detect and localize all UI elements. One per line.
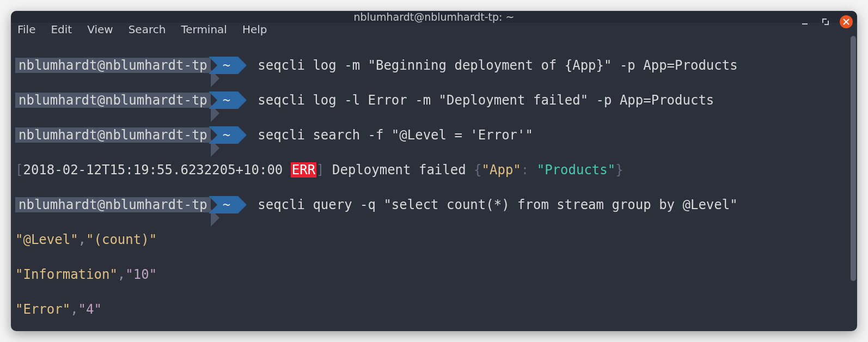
menu-view[interactable]: View [87, 23, 113, 36]
terminal-body[interactable]: nblumhardt@nblumhardt-tp~seqcli log -m "… [11, 36, 857, 331]
log-message: Deployment failed [332, 162, 466, 178]
command-text: seqcli log -m "Beginning deployment of {… [258, 58, 737, 73]
json-colon: : [521, 162, 529, 178]
command-text: seqcli log -l Error -m "Deployment faile… [258, 93, 714, 108]
log-bracket: ] [316, 162, 324, 178]
log-bracket: [ [15, 162, 23, 178]
menu-file[interactable]: File [17, 23, 35, 36]
window-title: nblumhardt@nblumhardt-tp: ~ [354, 11, 515, 23]
terminal-line: nblumhardt@nblumhardt-tp~seqcli log -m "… [15, 57, 846, 74]
terminal-line: "Error","4" [15, 301, 846, 318]
command-text: seqcli search -f "@Level = 'Error'" [258, 127, 533, 143]
prompt-user-host: nblumhardt@nblumhardt-tp [15, 58, 211, 73]
terminal-line: nblumhardt@nblumhardt-tp~seqcli query -q… [15, 196, 846, 213]
terminal-line: [2018-02-12T15:19:55.6232205+10:00 ERR] … [15, 161, 846, 179]
menubar: File Edit View Search Terminal Help [11, 23, 857, 36]
terminal-line: "Information","10" [15, 266, 846, 283]
json-value: "Products" [537, 162, 616, 178]
close-icon [843, 19, 849, 25]
prompt-path: ~ [217, 91, 238, 109]
command-text: seqcli query -q "select count(*) from st… [258, 197, 737, 212]
terminal-line: nblumhardt@nblumhardt-tp~seqcli search -… [15, 126, 846, 144]
log-timestamp: 2018-02-12T15:19:55.6232205+10:00 [23, 162, 283, 178]
csv-sep: , [70, 302, 78, 317]
menu-terminal[interactable]: Terminal [181, 23, 227, 36]
maximize-button[interactable] [819, 15, 832, 28]
close-button[interactable] [840, 15, 853, 28]
csv-sep: , [118, 267, 125, 282]
csv-header: "(count)" [86, 232, 157, 247]
terminal-line: "@Level","(count)" [15, 231, 846, 248]
prompt-path: ~ [217, 196, 238, 213]
csv-cell: "Information" [15, 267, 118, 282]
minimize-icon [801, 18, 809, 26]
prompt-path: ~ [217, 126, 238, 144]
csv-cell: "10" [125, 267, 157, 282]
maximize-icon [822, 18, 829, 26]
minimize-button[interactable] [798, 15, 811, 28]
terminal-line: nblumhardt@nblumhardt-tp~seqcli log -l E… [15, 91, 846, 109]
prompt-user-host: nblumhardt@nblumhardt-tp [15, 197, 211, 212]
window-controls [798, 11, 853, 33]
json-brace: { [474, 162, 481, 178]
prompt-user-host: nblumhardt@nblumhardt-tp [15, 93, 211, 108]
json-brace: } [615, 162, 623, 178]
csv-cell: "Error" [15, 302, 70, 317]
titlebar: nblumhardt@nblumhardt-tp: ~ [11, 11, 857, 23]
csv-sep: , [78, 232, 86, 247]
log-level: ERR [291, 162, 316, 178]
terminal-window: nblumhardt@nblumhardt-tp: ~ File Edit Vi… [11, 11, 857, 331]
menu-edit[interactable]: Edit [51, 23, 72, 36]
prompt-user-host: nblumhardt@nblumhardt-tp [15, 127, 211, 143]
json-key: "App" [482, 162, 521, 178]
csv-header: "@Level" [15, 232, 78, 247]
prompt-path: ~ [217, 57, 238, 74]
menu-search[interactable]: Search [129, 23, 166, 36]
menu-help[interactable]: Help [242, 23, 267, 36]
csv-cell: "4" [78, 302, 102, 317]
scrollbar[interactable] [851, 36, 856, 281]
